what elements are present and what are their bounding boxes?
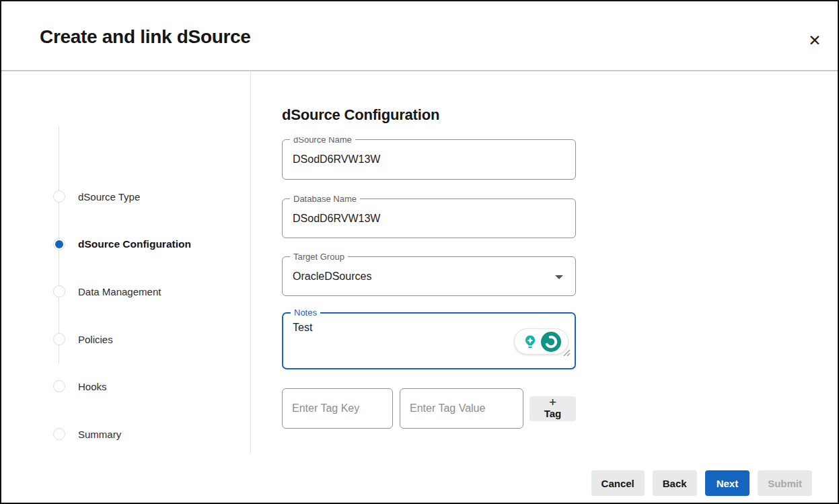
stepper-item-policies[interactable]: Policies bbox=[1, 326, 244, 353]
add-tag-label: Tag bbox=[544, 408, 562, 419]
wizard-stepper: dSource Type dSource Configuration Data … bbox=[1, 71, 250, 454]
database-name-input[interactable] bbox=[283, 199, 575, 238]
submit-button[interactable]: Submit bbox=[758, 470, 812, 496]
step-label: dSource Type bbox=[78, 191, 140, 203]
tag-key-input[interactable] bbox=[282, 388, 393, 429]
form-scroll-area: dSource Name Database Name Target Group … bbox=[282, 137, 577, 447]
step-circle-icon bbox=[53, 380, 65, 392]
notes-label: Notes bbox=[291, 308, 320, 318]
target-group-label: Target Group bbox=[290, 252, 348, 262]
next-button[interactable]: Next bbox=[705, 470, 750, 496]
footer-action-bar: Cancel Back Next Submit bbox=[591, 470, 812, 496]
target-group-value: OracleDSources bbox=[293, 271, 371, 283]
stepper-item-hooks[interactable]: Hooks bbox=[1, 373, 244, 400]
close-button[interactable]: ✕ bbox=[804, 30, 826, 51]
chevron-down-icon bbox=[555, 275, 563, 279]
tag-value-input[interactable] bbox=[400, 388, 523, 429]
writing-assistant-pill[interactable] bbox=[514, 328, 569, 355]
stepper-item-data-management[interactable]: Data Management bbox=[1, 278, 244, 305]
stepper-item-dsource-type[interactable]: dSource Type bbox=[1, 183, 244, 210]
dsource-name-input[interactable] bbox=[283, 140, 575, 179]
dsource-name-field: dSource Name bbox=[282, 139, 576, 180]
lightbulb-sparkle-icon bbox=[522, 334, 538, 350]
step-label: Policies bbox=[78, 334, 113, 345]
step-label: Data Management bbox=[78, 286, 161, 297]
step-label: dSource Configuration bbox=[78, 238, 191, 250]
database-name-label: Database Name bbox=[290, 194, 360, 205]
resize-grip-icon[interactable] bbox=[562, 348, 571, 357]
stepper-item-dsource-configuration[interactable]: dSource Configuration bbox=[1, 231, 244, 258]
create-dsource-modal: Create and link dSource ✕ dSource Type d… bbox=[0, 0, 839, 504]
step-label: Summary bbox=[78, 429, 121, 440]
step-circle-icon bbox=[53, 428, 65, 440]
cancel-button[interactable]: Cancel bbox=[591, 470, 645, 496]
plus-icon: + bbox=[549, 396, 556, 408]
tag-entry-row: + Tag bbox=[282, 388, 576, 429]
step-circle-icon bbox=[53, 333, 65, 345]
step-circle-icon bbox=[53, 285, 65, 297]
dsource-name-label: dSource Name bbox=[290, 137, 355, 145]
modal-title: Create and link dSource bbox=[40, 26, 251, 48]
step-circle-active-icon bbox=[53, 238, 65, 250]
stepper-item-summary[interactable]: Summary bbox=[1, 421, 244, 447]
step-circle-icon bbox=[53, 190, 65, 203]
target-group-select[interactable]: Target Group OracleDSources bbox=[282, 256, 576, 296]
assistant-arc-icon bbox=[541, 332, 561, 352]
page-title: dSource Configuration bbox=[282, 106, 439, 124]
database-name-field: Database Name bbox=[282, 199, 576, 238]
step-label: Hooks bbox=[78, 381, 107, 392]
close-icon: ✕ bbox=[808, 32, 821, 49]
add-tag-button[interactable]: + Tag bbox=[530, 396, 576, 421]
notes-field: Notes Test bbox=[282, 312, 576, 369]
back-button[interactable]: Back bbox=[653, 470, 697, 496]
sidebar-divider bbox=[250, 71, 251, 454]
